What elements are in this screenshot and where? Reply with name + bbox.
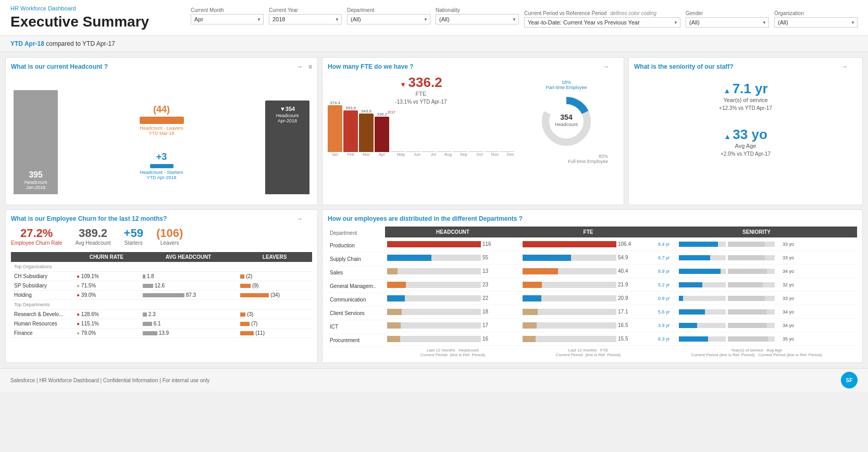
- fte-bar-row: 21.9: [520, 278, 656, 292]
- donut-container: 354 Headcount: [538, 93, 595, 152]
- sen-bar-row: 3.9 yr 34 yo: [656, 319, 857, 332]
- department-select[interactable]: (All): [347, 14, 430, 24]
- hc-bar-row: 116: [385, 237, 520, 251]
- seniority-triangle-up: ▲: [723, 86, 730, 95]
- hc-bar-row: 22: [385, 292, 520, 305]
- fte-section: FTE 106.4 54.9 40.4 21.9 20.9 17.1: [520, 227, 656, 357]
- current-month-label: Current Month: [191, 7, 264, 13]
- sen-bar-row: 5.6 yr 34 yo: [656, 305, 857, 319]
- fte-bar-chart: 374.4 Jan 353.9 Feb 343.6 Mar: [328, 110, 514, 157]
- hc-bar-row: 16: [385, 332, 520, 346]
- churn-rate-val: 27.2%: [11, 227, 62, 240]
- seniority-arrow[interactable]: →: [841, 63, 848, 70]
- page-title: Executive Summary: [10, 14, 149, 30]
- churn-col-churn: CHURN RATE: [73, 252, 140, 262]
- dept-leavers: (11): [237, 329, 312, 338]
- row-1: What is our current Headcount ? → ≡ 395 …: [5, 57, 863, 205]
- seniority-age-val: 33 yo: [733, 127, 767, 142]
- fte-bar-row: 20.9: [520, 292, 656, 305]
- starters-value: +3: [156, 152, 167, 162]
- seniority-title: What is the seniority of our staff?: [634, 63, 857, 70]
- dept-name-label: General Managem..: [328, 280, 385, 293]
- org-avghc: 12.6: [140, 281, 237, 291]
- salesforce-button[interactable]: SF: [841, 372, 858, 388]
- dept-churn: ● 79.0%: [73, 329, 140, 338]
- org-churn: ● 71.5%: [73, 281, 140, 291]
- churn-card: What is our Employee Churn for the last …: [5, 209, 318, 363]
- org-avghc: 87.3: [140, 291, 237, 300]
- footer: Salesforce | HR Workforce Dashboard | Co…: [0, 368, 868, 392]
- org-avghc: 1.8: [140, 272, 237, 281]
- org-leavers: (9): [237, 281, 312, 291]
- sen-section: SENIORITY 8.4 yr 33 yo 6.7 yr 33 yo 8.9 …: [656, 227, 857, 357]
- org-name: CH Subsidiary: [11, 272, 73, 281]
- sen-section-header: SENIORITY: [656, 227, 857, 237]
- hc-bar-row: 13: [385, 265, 520, 278]
- leavers-value: (44): [153, 104, 170, 115]
- seniority-years-section: ▲ 7.1 yr Year(s) of service +12.3% vs YT…: [634, 81, 857, 111]
- dept-name-label: Supply Chain: [328, 253, 385, 266]
- fte-arrow[interactable]: →: [603, 63, 609, 70]
- gender-select[interactable]: (All): [686, 17, 769, 28]
- table-row: Human Resources ● 115.1% 6.1 (7): [11, 319, 312, 329]
- seniority-age-label: Avg Age: [634, 143, 857, 149]
- hc-section-header: HEADCOUNT: [385, 227, 520, 237]
- fte-change: -13.1% vs YTD Apr-17: [328, 99, 514, 105]
- table-row: Finance ● 79.0% 13.9 (11): [11, 329, 312, 338]
- dept-name-label: Production: [328, 239, 385, 253]
- leavers-metric: (106) Leavers: [156, 227, 183, 246]
- fte-bar-row: 54.9: [520, 251, 656, 265]
- leavers-label: Leavers: [156, 240, 183, 246]
- dept-col-label: Department: [328, 227, 385, 239]
- table-row: CH Subsidiary ● 109.1% 1.8 (2): [11, 272, 312, 281]
- seniority-years-label: Year(s) of service: [634, 97, 857, 103]
- fte-triangle: ▼: [400, 81, 406, 89]
- period-label: Current Period vs Reference Period defin…: [524, 10, 680, 16]
- headcount-menu[interactable]: ≡: [308, 63, 312, 70]
- dept-avghc: 2.3: [140, 310, 237, 319]
- org-churn: ● 39.0%: [73, 291, 140, 300]
- header-left: HR Workforce Dashboard Executive Summary: [10, 5, 149, 30]
- top-depts-label: Top Departments: [11, 300, 312, 310]
- nationality-label: Nationality: [436, 7, 519, 13]
- dept-name-label: ICT: [328, 320, 385, 334]
- svg-text:Headcount: Headcount: [555, 122, 578, 127]
- churn-col-leavers: LEAVERS: [237, 252, 312, 262]
- donut-section: 18%Part-time Employee 354 Headcount 82%F…: [522, 74, 611, 164]
- period-select[interactable]: Year-to-Date: Current Year vs Previous Y…: [524, 17, 680, 28]
- current-year-select[interactable]: 2018: [269, 14, 342, 24]
- filter-organization: Organization (All): [774, 10, 858, 28]
- organization-select[interactable]: (All): [774, 17, 858, 28]
- churn-arrow[interactable]: →: [296, 215, 303, 222]
- part-time-label: 18%Part-time Employee: [545, 80, 587, 90]
- seniority-age-section: ▲ 33 yo Avg Age +2.0% vs YTD Apr-17: [634, 127, 857, 157]
- donut-svg: 354 Headcount: [538, 93, 595, 150]
- hc-bar2-label: HeadcountApr-2018: [276, 113, 299, 123]
- fte-footnote: Last 12 months FTECurrent Period (line i…: [520, 348, 656, 357]
- footer-text: Salesforce | HR Workforce Dashboard | Co…: [10, 378, 209, 383]
- headcount-arrow[interactable]: →: [296, 63, 303, 70]
- dept-name-label: Procurement: [328, 334, 385, 347]
- svg-text:354: 354: [560, 113, 573, 121]
- headcount-section: HEADCOUNT 116 55 13 23 22 18: [385, 227, 520, 357]
- hc-bar1-label: HeadcountJan-2018: [24, 180, 47, 190]
- sen-bar-row: 6.7 yr 33 yo: [656, 251, 857, 265]
- hc-bar-row: 17: [385, 319, 520, 332]
- headcount-title: What is our current Headcount ?: [11, 63, 312, 70]
- current-month-select[interactable]: Apr: [191, 14, 264, 24]
- fte-bar-row: 17.1: [520, 305, 656, 319]
- table-row: Holding ● 39.0% 87.3 (34): [11, 291, 312, 300]
- table-row: SP Subsidiary ● 71.5% 12.6 (9): [11, 281, 312, 291]
- nationality-select[interactable]: (All): [436, 14, 519, 24]
- headcount-card: What is our current Headcount ? → ≡ 395 …: [5, 57, 318, 205]
- organization-label: Organization: [774, 10, 858, 16]
- sen-bar-row: 5.2 yr 32 yo: [656, 278, 857, 292]
- hc-bar2-triangle: ▼354: [280, 106, 295, 112]
- hc-footnote: Last 12 months HeadcountCurrent Period (…: [385, 348, 520, 357]
- avg-hc-val: 389.2: [75, 227, 110, 240]
- seniority-card: What is the seniority of our staff? → ▲ …: [628, 57, 863, 205]
- sen-footnote: Year(s) of service Avg AgeCurrent Period…: [656, 348, 857, 357]
- filter-gender: Gender (All): [686, 10, 769, 28]
- ytd-label: YTD Apr-18: [10, 40, 44, 47]
- distribution-table-wrapper: Department ProductionSupply ChainSalesGe…: [328, 227, 857, 357]
